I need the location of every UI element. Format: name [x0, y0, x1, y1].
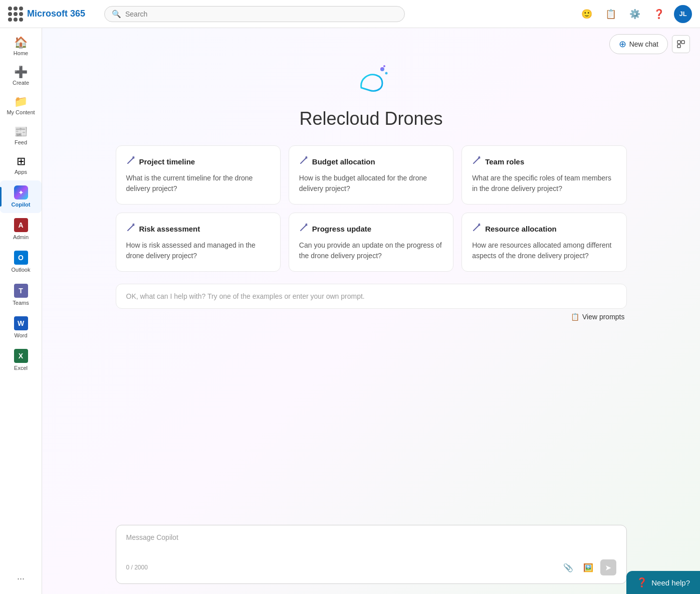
- card-body: How is the budget allocated for the dron…: [299, 173, 443, 194]
- svg-line-29: [306, 225, 307, 226]
- view-prompts-button[interactable]: 📋 View prompts: [571, 313, 625, 321]
- sidebar-label-create: Create: [13, 80, 29, 86]
- svg-line-9: [133, 158, 134, 158]
- card-project-timeline[interactable]: Project timeline What is the current tim…: [116, 145, 281, 205]
- more-button[interactable]: ···: [11, 567, 31, 590]
- sidebar-item-copilot[interactable]: ✦ Copilot: [0, 180, 42, 213]
- sidebar-label-feed: Feed: [15, 139, 27, 146]
- svg-line-34: [479, 225, 480, 226]
- hero-section: Relecloud Drones: [299, 60, 442, 129]
- content-scroll: Relecloud Drones Project timeline What i…: [42, 60, 700, 525]
- chat-input-box: 0 / 2000 📎 🖼️ ➤: [116, 525, 627, 584]
- sidebar-item-home[interactable]: 🏠 Home: [0, 32, 42, 62]
- card-resource-allocation[interactable]: Resource allocation How are resources al…: [461, 213, 626, 272]
- feedback-icon[interactable]: 🙂: [578, 5, 596, 23]
- magic-wand-icon: [299, 223, 308, 234]
- magic-wand-icon: [126, 156, 135, 167]
- view-prompts-icon: 📋: [571, 313, 579, 321]
- card-body: How is risk assessed and managed in the …: [126, 240, 270, 261]
- sidebar-label-home: Home: [14, 50, 28, 57]
- outlook-icon: O: [14, 251, 28, 265]
- expand-button[interactable]: [672, 35, 690, 53]
- card-header: Budget allocation: [299, 156, 443, 167]
- search-input[interactable]: [125, 10, 397, 18]
- content-header: ⊕ New chat: [42, 28, 700, 60]
- sidebar-label-outlook: Outlook: [12, 267, 31, 273]
- card-title: Resource allocation: [485, 225, 557, 233]
- whiteboard-icon[interactable]: 📋: [602, 5, 620, 23]
- main-layout: 🏠 Home ➕ Create 📁 My Content 📰 Feed ⊞ Ap…: [0, 28, 700, 594]
- view-prompts-row: 📋 View prompts: [116, 313, 627, 321]
- chat-input-area: 0 / 2000 📎 🖼️ ➤: [42, 525, 700, 594]
- sidebar-label-apps: Apps: [15, 169, 27, 175]
- svg-rect-0: [677, 41, 680, 44]
- view-prompts-label: View prompts: [582, 313, 625, 321]
- magic-wand-icon: [472, 156, 481, 167]
- sidebar-label-word: Word: [14, 332, 27, 339]
- sidebar-item-admin[interactable]: A Admin: [0, 213, 42, 246]
- settings-icon[interactable]: ⚙️: [626, 5, 644, 23]
- create-icon: ➕: [14, 67, 28, 78]
- send-button[interactable]: ➤: [600, 559, 616, 575]
- sidebar-item-feed[interactable]: 📰 Feed: [0, 121, 42, 151]
- attach-button[interactable]: 📎: [560, 559, 576, 575]
- sidebar-label-copilot: Copilot: [12, 202, 31, 208]
- topbar-actions: 🙂 📋 ⚙️ ❓ JL: [578, 5, 692, 23]
- card-team-roles[interactable]: Team roles What are the specific roles o…: [461, 145, 626, 205]
- help-icon[interactable]: ❓: [650, 5, 668, 23]
- card-body: Can you provide an update on the progres…: [299, 240, 443, 261]
- sidebar-item-excel[interactable]: X Excel: [0, 344, 42, 376]
- svg-line-14: [306, 158, 307, 158]
- word-icon: W: [14, 316, 28, 330]
- sidebar-item-teams[interactable]: T Teams: [0, 279, 42, 311]
- svg-point-3: [380, 67, 384, 71]
- hero-title: Relecloud Drones: [299, 108, 442, 129]
- svg-line-26: [301, 226, 305, 231]
- svg-line-6: [128, 159, 132, 163]
- copilot-icon: ✦: [14, 185, 28, 200]
- card-budget-allocation[interactable]: Budget allocation How is the budget allo…: [289, 145, 453, 205]
- card-header: Project timeline: [126, 156, 270, 167]
- card-header: Team roles: [472, 156, 616, 167]
- sidebar-item-outlook[interactable]: O Outlook: [0, 246, 42, 278]
- card-title: Team roles: [485, 157, 524, 166]
- grid-icon: [8, 7, 23, 22]
- svg-rect-2: [677, 45, 680, 48]
- card-title: Progress update: [312, 225, 371, 233]
- chat-input[interactable]: [126, 533, 616, 553]
- card-title: Project timeline: [139, 157, 195, 166]
- input-hint[interactable]: OK, what can I help with? Try one of the…: [116, 284, 627, 309]
- search-box[interactable]: 🔍: [104, 6, 405, 22]
- need-help-label: Need help?: [651, 578, 690, 587]
- card-progress-update[interactable]: Progress update Can you provide an updat…: [289, 213, 453, 272]
- sidebar-item-apps[interactable]: ⊞ Apps: [0, 151, 42, 180]
- card-risk-assessment[interactable]: Risk assessment How is risk assessed and…: [116, 213, 281, 272]
- admin-icon: A: [14, 218, 28, 232]
- sidebar-item-word[interactable]: W Word: [0, 311, 42, 344]
- card-body: How are resources allocated among differ…: [472, 240, 616, 261]
- card-body: What is the current timeline for the dro…: [126, 173, 270, 194]
- need-help-button[interactable]: ❓ Need help?: [626, 571, 700, 594]
- card-body: What are the specific roles of team memb…: [472, 173, 616, 194]
- svg-line-19: [479, 158, 480, 158]
- image-button[interactable]: 🖼️: [580, 559, 596, 575]
- user-avatar[interactable]: JL: [674, 5, 692, 23]
- sidebar-label-my-content: My Content: [7, 109, 35, 116]
- svg-line-31: [474, 226, 478, 231]
- sidebar-item-create[interactable]: ➕ Create: [0, 62, 42, 91]
- magic-wand-icon: [126, 223, 135, 234]
- card-title: Risk assessment: [139, 225, 200, 233]
- svg-line-24: [133, 225, 134, 226]
- new-chat-button[interactable]: ⊕ New chat: [609, 34, 668, 54]
- app-title: Microsoft 365: [27, 9, 85, 19]
- char-count: 0 / 2000: [126, 564, 148, 571]
- sidebar-label-excel: Excel: [14, 365, 28, 371]
- new-chat-label: New chat: [629, 40, 658, 48]
- search-icon: 🔍: [112, 10, 121, 19]
- svg-point-5: [383, 65, 385, 67]
- excel-icon: X: [14, 349, 28, 363]
- sidebar-item-my-content[interactable]: 📁 My Content: [0, 91, 42, 121]
- svg-line-11: [301, 159, 305, 163]
- new-chat-icon: ⊕: [619, 39, 626, 50]
- my-content-icon: 📁: [14, 96, 28, 107]
